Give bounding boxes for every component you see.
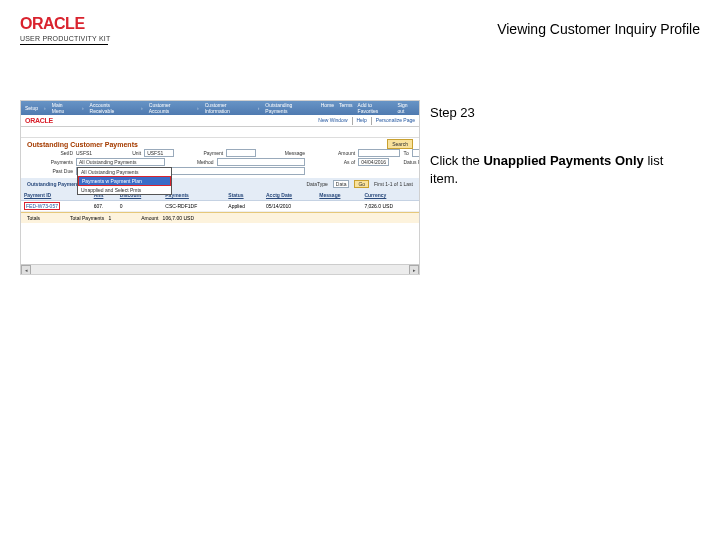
col-message[interactable]: Message bbox=[316, 190, 361, 201]
help-link[interactable]: Help bbox=[357, 117, 367, 125]
nav-item[interactable]: Customer Information bbox=[205, 102, 252, 114]
method-field[interactable] bbox=[217, 158, 306, 166]
nav-terms[interactable]: Terms bbox=[339, 102, 353, 114]
cell-date: 05/14/2010 bbox=[263, 201, 316, 212]
amount-field[interactable] bbox=[358, 149, 400, 157]
asof-label: As of bbox=[309, 159, 355, 165]
pastdue-label: Past Due bbox=[27, 168, 73, 174]
setid-label: SetID bbox=[27, 150, 73, 156]
amount-to-field[interactable] bbox=[412, 149, 420, 157]
payment-label: Payment bbox=[177, 150, 223, 156]
dropdown-list: All Outstanding Payments Payments w Paym… bbox=[77, 167, 172, 195]
col-date[interactable]: Acctg Date bbox=[263, 190, 316, 201]
datatype-label: DataType bbox=[306, 181, 327, 187]
instruction-text: Click the Unapplied Payments Only list i… bbox=[430, 152, 670, 187]
app-bar: ORACLE New Window Help Personalize Page bbox=[21, 115, 419, 127]
scroll-right-arrow[interactable]: ▸ bbox=[409, 265, 419, 275]
scroll-left-arrow[interactable]: ◂ bbox=[21, 265, 31, 275]
cell-amt: 607. bbox=[91, 201, 117, 212]
horizontal-scrollbar[interactable]: ◂ ▸ bbox=[21, 264, 419, 274]
nav-item[interactable]: Customer Accounts bbox=[149, 102, 191, 114]
nav-signout[interactable]: Sign out bbox=[397, 102, 415, 114]
pagination[interactable]: First 1-1 of 1 Last bbox=[374, 181, 413, 187]
cell-discount: 0 bbox=[117, 201, 162, 212]
cell-payments: CSC-RDF1DF bbox=[162, 201, 225, 212]
personalize-link[interactable]: Personalize Page bbox=[376, 117, 415, 125]
message-label: Message bbox=[259, 150, 305, 156]
payments-selected: All Outstanding Payments bbox=[79, 159, 137, 165]
total-amount-value: 106,7.00 USD bbox=[163, 215, 194, 221]
payment-id-link[interactable]: FED-W73-057 bbox=[24, 202, 60, 210]
section-title: Outstanding Customer Payments bbox=[21, 138, 419, 149]
instr-bold: Unapplied Payments Only bbox=[483, 153, 643, 168]
col-currency[interactable]: Currency bbox=[361, 190, 419, 201]
instr-pre: Click the bbox=[430, 153, 483, 168]
total-amount-label: Amount bbox=[141, 215, 158, 221]
app-logo: ORACLE bbox=[25, 117, 53, 124]
outstanding-title: Outstanding Payments bbox=[27, 181, 81, 187]
dropdown-item[interactable]: All Outstanding Payments bbox=[78, 168, 171, 176]
view-line bbox=[21, 127, 419, 138]
datatype-select[interactable]: Data bbox=[333, 180, 350, 188]
totals-label: Totals bbox=[27, 215, 40, 221]
cell-message bbox=[316, 201, 361, 212]
nav-home[interactable]: Home bbox=[321, 102, 334, 114]
totals-bar: Totals Total Payments 1 Amount 106,7.00 … bbox=[21, 212, 419, 223]
app-screenshot: Setup› Main Menu› Accounts Receivable› C… bbox=[20, 100, 420, 275]
new-window-link[interactable]: New Window bbox=[318, 117, 347, 125]
search-button[interactable]: Search bbox=[387, 139, 413, 149]
payment-field[interactable] bbox=[226, 149, 256, 157]
datus-label: Datus Payment bbox=[392, 159, 420, 165]
table-row: FED-W73-057 607. 0 CSC-RDF1DF Applied 05… bbox=[21, 201, 419, 212]
divider bbox=[20, 44, 108, 45]
total-payments-value: 1 bbox=[108, 215, 111, 221]
divider bbox=[352, 117, 353, 125]
method-label: Method bbox=[168, 159, 214, 165]
upk-subtitle: USER PRODUCTIVITY KIT bbox=[20, 35, 110, 42]
total-payments-label: Total Payments bbox=[70, 215, 104, 221]
dropdown-item-highlighted[interactable]: Payments w Payment Plan bbox=[78, 176, 171, 186]
page-title: Viewing Customer Inquiry Profile bbox=[497, 21, 700, 37]
search-criteria: SetID USFS1 Unit USFS1 Payment Message A… bbox=[21, 149, 381, 177]
step-label: Step 23 bbox=[430, 105, 475, 120]
nav-favorites[interactable]: Add to Favorites bbox=[358, 102, 393, 114]
to-label: To bbox=[403, 150, 408, 156]
cell-status: Applied bbox=[225, 201, 263, 212]
nav-item[interactable]: Setup bbox=[25, 105, 38, 111]
asof-field[interactable]: 04/04/2016 bbox=[358, 158, 389, 166]
nav-item[interactable]: Main Menu bbox=[52, 102, 76, 114]
branding: ORACLE USER PRODUCTIVITY KIT bbox=[20, 15, 110, 45]
payments-label: Payments bbox=[27, 159, 73, 165]
divider bbox=[371, 117, 372, 125]
setid-value: USFS1 bbox=[76, 150, 92, 156]
payments-dropdown[interactable]: All Outstanding Payments All Outstanding… bbox=[76, 158, 165, 166]
col-status[interactable]: Status bbox=[225, 190, 263, 201]
amount-label: Amount bbox=[309, 150, 355, 156]
cell-currency: 7,026.0 USD bbox=[361, 201, 419, 212]
nav-bar: Setup› Main Menu› Accounts Receivable› C… bbox=[21, 101, 419, 115]
oracle-logo: ORACLE bbox=[20, 15, 110, 33]
unit-label: Unit bbox=[95, 150, 141, 156]
nav-item[interactable]: Outstanding Payments bbox=[265, 102, 314, 114]
go-button[interactable]: Go bbox=[354, 180, 369, 188]
dropdown-item[interactable]: Unapplied and Select Pmts bbox=[78, 186, 171, 194]
nav-item[interactable]: Accounts Receivable bbox=[90, 102, 136, 114]
unit-field[interactable]: USFS1 bbox=[144, 149, 174, 157]
